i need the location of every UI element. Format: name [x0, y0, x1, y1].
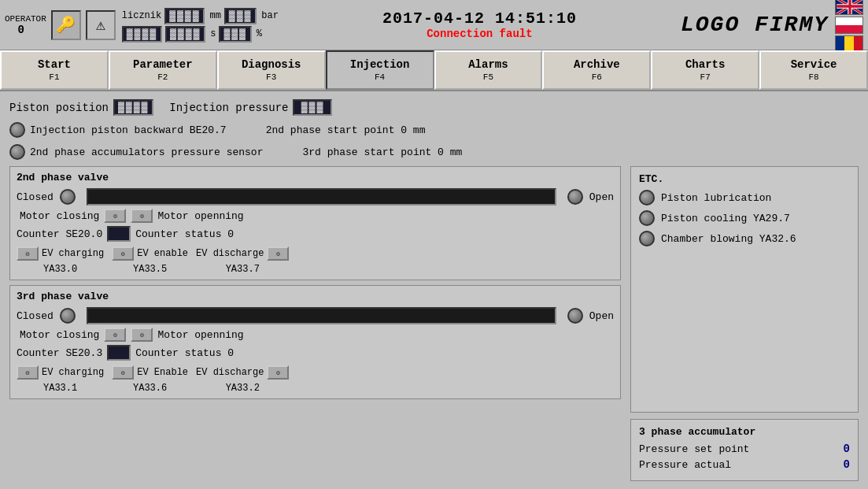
top-bar: OPERATOR 0 🔑 ⚠️ licznik ▓▓▓▓ mm ▓▓▓ bar …	[0, 0, 868, 50]
sensor2: 2nd phase accumulators pressure sensor	[9, 144, 263, 160]
lcd-pct: ▓▓▓	[219, 26, 251, 43]
logo: LOGO FIRMY	[681, 13, 829, 37]
tab-service[interactable]: Service F8	[759, 50, 868, 90]
tab-charts[interactable]: Charts F7	[651, 50, 759, 90]
valve2-ev-charging-code: YA33.0	[43, 264, 77, 275]
valve2-open-led	[567, 189, 583, 205]
valve3-ev-charging: ⚙ EV charging YA33.1	[17, 365, 104, 394]
etc-title: ETC.	[639, 173, 850, 185]
valve2-ev-discharge-code: YA33.7	[226, 264, 260, 275]
valve3-ev-charging-label: EV charging	[42, 367, 104, 378]
sensor-row: Injection piston backward BE20.7 2nd pha…	[9, 122, 859, 138]
valve3-motor-opening-label: Motor openning	[157, 329, 243, 341]
valve2-ev-charging-icon: ⚙	[17, 246, 39, 261]
valve2-ev-discharge-icon: ⚙	[267, 246, 289, 261]
valve3-motor-row: Motor closing ⚙ ⚙ Motor openning	[17, 328, 614, 342]
operator-section: OPERATOR 0 🔑 ⚠️	[5, 10, 116, 40]
valve2-title: 2nd phase valve	[17, 172, 614, 183]
pressure-set-value: 0	[844, 443, 850, 455]
pressure-actual-value: 0	[844, 458, 850, 471]
flags-section	[835, 0, 863, 53]
phase3-start: 3rd phase start point 0 mm	[302, 144, 462, 160]
licznik-section: licznik ▓▓▓▓ mm ▓▓▓ bar ▓▓▓▓ ▓▓▓▓ s ▓▓▓ …	[122, 8, 279, 43]
accumulator-section: 3 phase accumulator Pressure set point 0…	[630, 419, 859, 481]
flag-pl-red	[836, 25, 862, 33]
pressure-set-label: Pressure set point	[639, 443, 749, 455]
valve2-counter-row: Counter SE20.0 Counter status 0	[17, 226, 614, 242]
etc-led3	[639, 231, 655, 246]
etc-label3: Chamber blowing YA32.6	[661, 233, 796, 245]
etc-label1: Piston lubrication	[661, 192, 771, 204]
valve3-ev-enable: ⚙ EV Enable YA33.6	[112, 365, 188, 394]
etc-item3: Chamber blowing YA32.6	[639, 231, 850, 246]
tab-alarms[interactable]: Alarms F5	[434, 50, 543, 90]
valve3-counter-display	[107, 345, 131, 361]
valve2-closed-led	[60, 189, 76, 205]
valve2-ev-enable-label: EV enable	[137, 248, 188, 259]
sensor1: Injection piston backward BE20.7	[9, 122, 227, 138]
valve2-section: 2nd phase valve Closed Open Motor closin…	[9, 166, 621, 280]
valve3-ev-row: ⚙ EV charging YA33.1 ⚙ EV Enable YA33.6	[17, 365, 614, 394]
valve3-ev-discharge: EV discharge ⚙ YA33.2	[196, 365, 289, 394]
valve2-counter-display	[107, 226, 131, 242]
etc-led1	[639, 190, 655, 206]
valve2-ev-charging-label: EV charging	[42, 248, 104, 259]
right-panel: ETC. Piston lubrication Piston cooling Y…	[630, 166, 859, 481]
valve2-motor-row: Motor closing ⚙ ⚙ Motor openning	[17, 209, 614, 223]
phases-area: 2nd phase valve Closed Open Motor closin…	[9, 166, 859, 481]
valve3-open-led	[567, 308, 583, 324]
injection-pressure-label: Injection pressure	[169, 102, 288, 114]
tab-archive[interactable]: Archive F6	[542, 50, 651, 90]
licznik-label: licznik	[122, 10, 161, 21]
valve2-closed-label: Closed	[17, 191, 54, 203]
key-icon: 🔑	[51, 10, 81, 40]
valve2-motor-closing-icon: ⚙	[104, 209, 126, 223]
valve2-ev-charging: ⚙ EV charging YA33.0	[17, 246, 104, 275]
sensor1-label: Injection piston backward BE20.7	[30, 124, 227, 136]
connection-fault: Connection fault	[427, 28, 532, 40]
etc-led2	[639, 210, 655, 226]
valve2-counter-status: Counter status 0	[135, 228, 234, 240]
tab-injection[interactable]: Injection F4	[326, 50, 434, 90]
valve3-motor-closing-icon: ⚙	[104, 328, 126, 342]
operator-label: OPERATOR	[5, 14, 46, 24]
valve3-counter-row: Counter SE20.3 Counter status 0	[17, 345, 614, 361]
injection-pressure-value: ▓▓▓	[293, 99, 332, 116]
unit-bar: bar	[261, 10, 279, 21]
valve3-ev-charging-code: YA33.1	[43, 383, 77, 394]
valve3-motor-closing-label: Motor closing	[20, 329, 99, 341]
tab-parameter[interactable]: Parameter F2	[109, 50, 217, 90]
phase3-start-label: 3rd phase start point 0 mm	[302, 146, 462, 158]
tab-start[interactable]: Start F1	[0, 50, 109, 90]
main-content: Piston position ▓▓▓▓ Injection pressure …	[0, 91, 868, 489]
valve2-ev-enable-icon: ⚙	[112, 246, 134, 261]
unit-s: s	[210, 28, 216, 39]
tab-diagnosis[interactable]: Diagnosis F3	[217, 50, 326, 90]
flag-ro-blue	[836, 36, 844, 52]
phase2-start: 2nd phase start point 0 mm	[266, 122, 426, 138]
valve2-ev-enable-code: YA33.5	[133, 264, 167, 275]
uk-flag[interactable]	[835, 0, 863, 15]
valve2-motor-opening-label: Motor openning	[157, 210, 243, 222]
left-panel: 2nd phase valve Closed Open Motor closin…	[9, 166, 621, 481]
injection-pressure-item: Injection pressure ▓▓▓	[169, 99, 332, 116]
valve3-ev-charging-icon: ⚙	[17, 365, 39, 380]
datetime-text: 2017-04-12 14:51:10	[382, 9, 577, 28]
warning-icon: ⚠️	[86, 10, 116, 40]
piston-position-value: ▓▓▓▓	[113, 99, 153, 116]
valve3-closed-label: Closed	[17, 310, 54, 322]
pressure-actual-item: Pressure actual 0	[639, 458, 850, 471]
valve3-counter-label: Counter SE20.3	[17, 347, 102, 359]
valve3-row: Closed Open	[17, 307, 614, 324]
piston-position-item: Piston position ▓▓▓▓	[9, 99, 153, 116]
pl-flag[interactable]	[835, 17, 863, 34]
valve2-counter-label: Counter SE20.0	[17, 228, 102, 240]
valve3-ev-discharge-code: YA33.2	[226, 383, 260, 394]
pressure-actual-label: Pressure actual	[639, 459, 731, 471]
pressure-set-item: Pressure set point 0	[639, 443, 850, 455]
operator-value: 0	[17, 24, 33, 36]
flag-ro-red	[854, 36, 862, 52]
unit-mm: mm	[209, 10, 220, 21]
piston-position-label: Piston position	[9, 102, 109, 114]
valve3-ev-enable-code: YA33.6	[133, 383, 167, 394]
